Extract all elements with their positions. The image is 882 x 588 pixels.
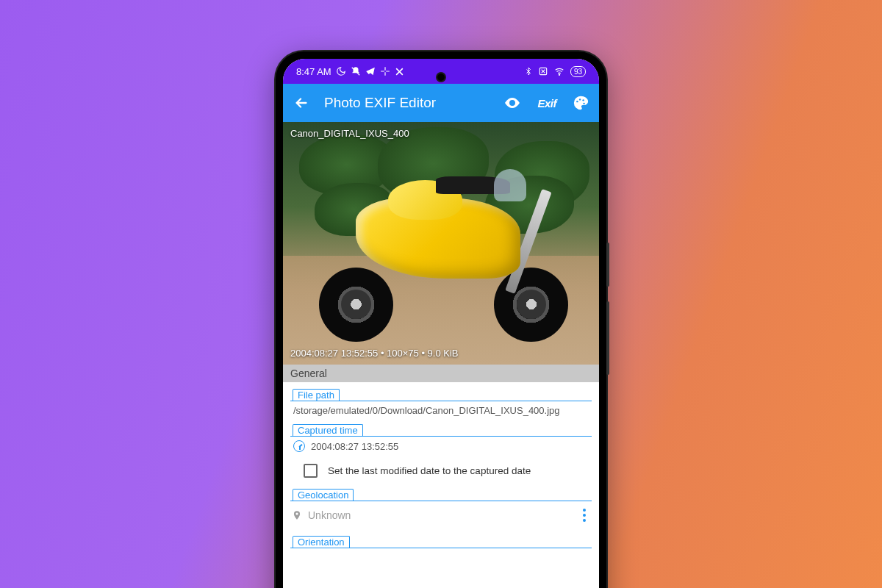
photo-preview[interactable]: Canon_DIGITAL_IXUS_400 2004:08:27 13:52:… xyxy=(283,122,599,365)
geolocation-value: Unknown xyxy=(308,509,351,521)
app-bar: Photo EXIF Editor Exif xyxy=(283,84,599,122)
field-captured-time[interactable]: Captured time 2004:08:27 13:52:55 xyxy=(290,423,592,453)
exif-button[interactable]: Exif xyxy=(537,97,556,110)
battery-indicator: 93 xyxy=(570,66,586,77)
svg-point-4 xyxy=(576,101,578,102)
field-label: Geolocation xyxy=(293,489,354,501)
file-path-value: /storage/emulated/0/Download/Canon_DIGIT… xyxy=(290,401,592,417)
mute-icon xyxy=(351,66,361,76)
section-general: General xyxy=(283,365,599,382)
camera-hole xyxy=(436,72,446,82)
wifi-icon xyxy=(553,66,565,76)
screen: 8:47 AM 93 Photo EXIF Editor xyxy=(283,59,599,588)
captured-time-value: 2004:08:27 13:52:55 xyxy=(311,441,398,452)
view-icon[interactable] xyxy=(503,94,521,112)
svg-point-5 xyxy=(579,98,581,100)
checkbox-label: Set the last modified date to the captur… xyxy=(328,465,531,476)
svg-point-6 xyxy=(582,99,584,101)
pinwheel-icon xyxy=(380,66,390,76)
svg-point-7 xyxy=(583,103,584,104)
geolocation-menu-button[interactable] xyxy=(578,504,590,526)
telegram-icon xyxy=(365,66,376,76)
app-title: Photo EXIF Editor xyxy=(324,95,489,111)
back-button[interactable] xyxy=(293,95,309,111)
field-file-path[interactable]: File path /storage/emulated/0/Download/C… xyxy=(290,388,592,417)
x-icon xyxy=(395,67,404,76)
motorcycle-graphic xyxy=(308,165,573,345)
fields-container: File path /storage/emulated/0/Download/C… xyxy=(283,382,599,588)
image-meta-label: 2004:08:27 13:52:55 • 100×75 • 9.0 KiB xyxy=(290,348,458,359)
field-label: Orientation xyxy=(293,536,350,548)
phone-frame: 8:47 AM 93 Photo EXIF Editor xyxy=(276,51,606,588)
set-modified-date-row[interactable]: Set the last modified date to the captur… xyxy=(290,453,592,482)
svg-point-2 xyxy=(559,74,559,75)
no-sim-icon xyxy=(538,66,548,76)
field-label: Captured time xyxy=(293,424,363,436)
svg-point-3 xyxy=(511,101,514,104)
camera-model-label: Canon_DIGITAL_IXUS_400 xyxy=(290,128,409,139)
side-button xyxy=(606,301,609,375)
field-orientation[interactable]: Orientation xyxy=(290,535,592,548)
checkbox[interactable] xyxy=(304,464,318,478)
side-button xyxy=(606,243,609,287)
bluetooth-icon xyxy=(524,66,533,76)
field-geolocation[interactable]: Geolocation Unknown xyxy=(290,488,592,529)
status-time: 8:47 AM xyxy=(296,66,331,77)
pin-icon xyxy=(292,509,302,522)
palette-icon[interactable] xyxy=(573,95,589,111)
clock-icon xyxy=(293,440,305,452)
field-label: File path xyxy=(293,389,340,401)
moon-icon xyxy=(336,66,346,76)
